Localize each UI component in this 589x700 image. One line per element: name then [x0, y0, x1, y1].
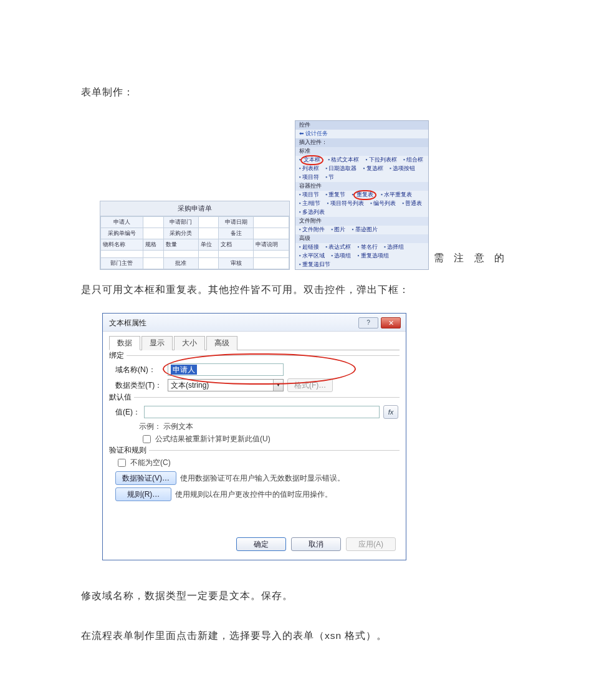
cat-file: 文件附件: [295, 217, 428, 226]
chevron-down-icon[interactable]: ▼: [273, 380, 283, 391]
control-item[interactable]: 节: [325, 174, 334, 181]
cell: [101, 250, 143, 257]
control-item[interactable]: 复选框: [363, 165, 383, 173]
group-validation-label: 验证和规则: [109, 445, 149, 456]
data-type-combo[interactable]: 文本(string) ▼: [168, 379, 284, 391]
ok-button[interactable]: 确定: [236, 537, 286, 551]
cell: [254, 228, 289, 239]
rules-button[interactable]: 规则(R)…: [115, 487, 171, 501]
control-item[interactable]: 格式文本框: [328, 156, 359, 164]
paragraph: 在流程表单制作里面点击新建，选择要导入的表单（xsn 格式）。: [81, 625, 508, 646]
control-item[interactable]: 重复选项组: [357, 252, 388, 260]
value-input[interactable]: [144, 406, 380, 418]
cell: 采购单编号: [101, 228, 143, 239]
cell: 审核: [219, 257, 254, 269]
dialog-buttons: 确定 取消 应用(A): [109, 531, 400, 554]
control-item[interactable]: 列表框: [299, 165, 319, 173]
notnull-label: 不能为空(C): [130, 458, 171, 468]
cell: 批准: [163, 257, 198, 269]
paragraph: 修改域名称，数据类型一定要是文本。保存。: [81, 585, 508, 607]
form-thumbnail: 采购申请单 申请人 申请部门 申请日期 采购单编号 采购分类 备注 物料名称 规…: [100, 201, 290, 270]
control-repeating-table[interactable]: 重复表: [352, 191, 374, 199]
grid-header: 物料名称: [101, 239, 143, 250]
form-table: 申请人 申请部门 申请日期 采购单编号 采购分类 备注 物料名称 规格 数量 单…: [100, 216, 289, 269]
recalc-checkbox[interactable]: [143, 435, 151, 443]
cell: 申请人: [101, 216, 143, 228]
pane-title: 控件: [295, 121, 428, 130]
control-item[interactable]: 组合框: [403, 156, 423, 164]
heading: 表单制作：: [81, 82, 508, 103]
cell: 部门主管: [101, 257, 143, 269]
tab-display[interactable]: 显示: [141, 336, 173, 350]
control-item[interactable]: 墨迹图片: [352, 226, 377, 234]
value-label: 值(E)：: [110, 407, 140, 418]
control-item[interactable]: 文件附件: [299, 226, 325, 234]
grid-header: 数量: [163, 239, 198, 250]
cell: [143, 257, 163, 269]
cat-adv: 高级: [295, 234, 428, 243]
dialog-title: 文本框属性: [109, 318, 146, 328]
cancel-button[interactable]: 取消: [291, 537, 341, 551]
control-item[interactable]: 选择组: [384, 244, 404, 251]
tab-data[interactable]: 数据: [109, 336, 140, 350]
cell: [163, 250, 198, 257]
tab-advanced[interactable]: 高级: [206, 336, 237, 350]
cell: [143, 228, 163, 239]
control-item[interactable]: 选项组: [331, 252, 351, 260]
controls-task-pane: 控件 ⬅ 设计任务 插入控件： 标准 文本框 格式文本框 下拉列表框 组合框 列…: [295, 120, 429, 270]
control-textbox[interactable]: 文本框: [299, 156, 322, 164]
field-name-value: 申请人: [171, 365, 197, 375]
control-item[interactable]: 日期选取器: [325, 165, 357, 173]
textbox-properties-dialog: 文本框属性 ? ✕ 数据 显示 大小 高级 绑定 域名称(N)：: [102, 313, 406, 560]
control-item[interactable]: 项目符号列表: [327, 200, 363, 208]
control-item[interactable]: 项目节: [299, 191, 319, 199]
control-item[interactable]: 水平区域: [299, 252, 325, 260]
example-line: 示例： 示例文本: [139, 421, 398, 432]
cell: [198, 257, 219, 269]
control-item[interactable]: 多选列表: [299, 209, 325, 216]
cell: [198, 250, 219, 257]
data-validation-button[interactable]: 数据验证(V)…: [115, 471, 176, 485]
notnull-checkbox[interactable]: [118, 459, 126, 467]
dialog-tabs: 数据 显示 大小 高级: [109, 335, 400, 350]
control-item[interactable]: 重复递归节: [299, 261, 330, 269]
design-tasks-link[interactable]: ⬅ 设计任务: [299, 130, 328, 138]
group-binding: 绑定 域名称(N)： 申请人 数据类型(T)： 文本(string) ▼: [109, 355, 400, 392]
group-validation: 验证和规则 不能为空(C) 数据验证(V)… 使用数据验证可在用户输入无效数据时…: [109, 450, 400, 501]
control-item[interactable]: 下拉列表框: [365, 156, 396, 164]
fx-button[interactable]: fx: [383, 405, 398, 419]
form-title: 采购申请单: [100, 201, 289, 216]
group-default: 默认值 值(E)： fx 示例： 示例文本 公式结果被重新计算时更新此值(U): [109, 397, 400, 445]
grid-header: 规格: [143, 239, 163, 250]
cell: [254, 257, 289, 269]
group-default-label: 默认值: [109, 392, 134, 403]
group-binding-label: 绑定: [109, 350, 127, 361]
apply-button[interactable]: 应用(A): [346, 537, 396, 551]
control-item[interactable]: 编号列表: [370, 200, 396, 208]
control-item[interactable]: 水平重复表: [381, 191, 412, 199]
control-item[interactable]: 签名行: [357, 244, 377, 251]
control-item[interactable]: 主/细节: [299, 200, 321, 208]
paragraph: 是只可用文本框和重复表。其他控件皆不可用。双击控件，弹出下框：: [81, 279, 508, 300]
control-item[interactable]: 超链接: [299, 244, 319, 251]
field-name-input[interactable]: 申请人: [168, 363, 284, 376]
grid-header: 申请说明: [254, 239, 289, 250]
control-item[interactable]: 选项按钮: [390, 165, 415, 173]
control-item[interactable]: 表达式框: [325, 244, 351, 251]
data-validation-desc: 使用数据验证可在用户输入无效数据时显示错误。: [180, 473, 345, 484]
cell: [254, 250, 289, 257]
field-name-label: 域名称(N)：: [110, 365, 164, 375]
format-button[interactable]: 格式(F)…: [287, 378, 333, 392]
cell: [254, 216, 289, 228]
control-item[interactable]: 重复节: [325, 191, 345, 199]
help-button[interactable]: ?: [358, 317, 378, 328]
data-type-value: 文本(string): [168, 380, 273, 391]
control-item[interactable]: 普通表: [402, 200, 422, 208]
control-item[interactable]: 图片: [331, 226, 345, 234]
control-item[interactable]: 项目符: [299, 174, 319, 181]
close-button[interactable]: ✕: [381, 317, 401, 328]
cell: [219, 250, 254, 257]
insert-controls-label: 插入控件：: [295, 138, 428, 147]
grid-header: 文档: [219, 239, 254, 250]
tab-size[interactable]: 大小: [174, 336, 205, 350]
